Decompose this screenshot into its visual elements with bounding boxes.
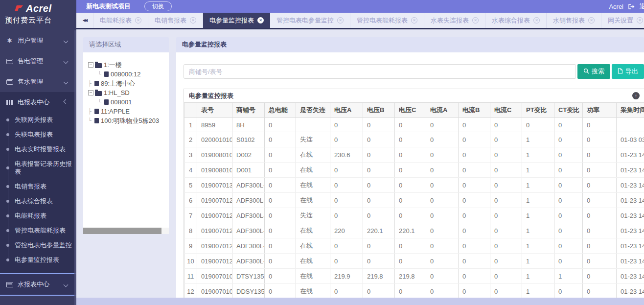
- column-header-电压B[interactable]: 电压B: [363, 103, 395, 118]
- tab-管控电表能耗报表[interactable]: 管控电表能耗报表✕: [350, 13, 424, 28]
- cell: 0: [459, 208, 490, 223]
- column-header-表号[interactable]: 表号: [197, 103, 232, 118]
- cell: 0: [426, 284, 459, 298]
- tree-node[interactable]: └008001: [88, 97, 167, 107]
- tab-电参量监控报表[interactable]: 电参量监控报表✕: [203, 13, 270, 28]
- chevron-left-icon: [64, 79, 69, 84]
- tab-网关设置[interactable]: 网关设置✕: [601, 13, 644, 28]
- sidebar-subitem[interactable]: 管控电表能耗报表: [0, 223, 76, 238]
- tab-close-icon[interactable]: ✕: [190, 17, 196, 23]
- cell: 01-23 14: [617, 238, 644, 254]
- table-row[interactable]: 7019007012ADF300L-40失连00000010001-23 14: [184, 208, 644, 223]
- sidebar-divider: [0, 295, 76, 296]
- column-header-电流C[interactable]: 电流C: [490, 103, 522, 118]
- cell: 0: [330, 238, 363, 254]
- search-button[interactable]: 搜索: [577, 64, 610, 79]
- switch-project-button[interactable]: 切换: [144, 1, 172, 11]
- tree-collapse-icon[interactable]: [88, 62, 93, 68]
- table-row[interactable]: 2020001010S01020失连00000010001-03 03: [184, 132, 644, 147]
- sidebar-subitem[interactable]: 失联网关报表: [0, 113, 76, 127]
- cell: 01-23 14: [617, 254, 644, 269]
- tab-close-icon[interactable]: ✕: [411, 17, 417, 23]
- tab-管控电表电参量监控[interactable]: 管控电表电参量监控✕: [270, 13, 350, 28]
- tree-node[interactable]: ├89:上海中心: [88, 79, 167, 88]
- cell: 0: [265, 208, 296, 223]
- column-header-电压A[interactable]: 电压A: [330, 103, 363, 118]
- logout-icon[interactable]: [628, 4, 635, 9]
- table-row[interactable]: 12019007010DDSY13520在线00000010001-23 14: [184, 284, 644, 298]
- table-row[interactable]: 4019008010D0010在线00000010001-23 14: [184, 163, 644, 178]
- tab-close-icon[interactable]: ✕: [135, 17, 141, 23]
- tree-horizontal-scrollbar[interactable]: [83, 228, 169, 234]
- cell: 0: [265, 193, 296, 208]
- column-header-功率[interactable]: 功率: [583, 103, 617, 118]
- tab-close-icon[interactable]: ✕: [337, 17, 344, 23]
- tree-node[interactable]: ├11:APPLE: [88, 107, 167, 116]
- sidebar-subitem[interactable]: 电参量监控报表: [0, 253, 76, 267]
- sidebar-subitem[interactable]: 失联电表报表: [0, 127, 76, 142]
- table-row[interactable]: 10019007012ADF300L-30在线00000010001-23 14: [184, 254, 644, 269]
- sidebar-subitem[interactable]: 电能耗报表: [0, 209, 76, 223]
- tab-水表失连报表[interactable]: 水表失连报表✕: [424, 13, 485, 28]
- logo-area: Acrel 预付费云平台: [0, 0, 76, 30]
- column-header-电流A[interactable]: 电流A: [426, 103, 459, 118]
- tree-node[interactable]: └100:明珠物业5栋203: [88, 116, 167, 125]
- tab-水销售报表[interactable]: 水销售报表✕: [547, 13, 601, 28]
- tree-collapse-icon[interactable]: [88, 90, 93, 95]
- tab-close-icon[interactable]: ✕: [472, 17, 479, 23]
- sidebar-subitem[interactable]: 管控电表电参量监控: [0, 238, 76, 253]
- column-header-CT变比[interactable]: CT变比: [554, 103, 583, 118]
- leaf-icon: [94, 118, 99, 123]
- tab-close-icon[interactable]: ✕: [637, 17, 643, 23]
- table-row[interactable]: 3019008010D0020在线230.60000010001-23 14: [184, 147, 644, 163]
- tab-close-icon[interactable]: ✕: [588, 17, 595, 23]
- sidebar-item-electricity-report-center[interactable]: 电报表中心: [0, 92, 76, 113]
- chevron-down-icon: [64, 99, 69, 104]
- cell: 0: [330, 284, 363, 298]
- tab-scroll-left-icon[interactable]: ◀◀: [76, 13, 93, 28]
- table-row[interactable]: 11019007010DTSY13520在线219.9219.8219.8000…: [184, 269, 644, 284]
- tree-node[interactable]: └008000:12: [88, 70, 167, 79]
- sidebar-subitem[interactable]: 电表实时报警报表: [0, 142, 76, 157]
- cell: 1: [522, 193, 554, 208]
- logout-label[interactable]: 退出: [640, 2, 644, 11]
- search-input[interactable]: [184, 64, 575, 79]
- column-header-PT变比[interactable]: PT变比: [522, 103, 554, 118]
- sidebar-card-icon: [6, 79, 13, 85]
- tree-node[interactable]: 1:一楼: [88, 60, 167, 70]
- column-header-采集时间[interactable]: 采集时间: [617, 103, 644, 118]
- column-header-商铺号[interactable]: 商铺号: [232, 103, 265, 118]
- cell: 0: [554, 118, 583, 132]
- scrollbar-thumb[interactable]: [83, 228, 161, 234]
- account-name[interactable]: Acrel: [609, 3, 623, 10]
- tree-node[interactable]: 1:HL_SD: [88, 88, 167, 97]
- tab-电销售报表[interactable]: 电销售报表✕: [148, 13, 203, 28]
- tab-close-icon[interactable]: ✕: [533, 17, 540, 23]
- table-row[interactable]: 9019007012ADF300L-40在线00000010001-23 14: [184, 238, 644, 254]
- column-header-电压C[interactable]: 电压C: [395, 103, 426, 118]
- sidebar-subitem[interactable]: 电销售报表: [0, 179, 76, 194]
- table-row[interactable]: 189598H0000000000: [184, 118, 644, 132]
- sidebar-item-user-management[interactable]: ✱用户管理: [0, 30, 76, 51]
- scroll-top-icon[interactable]: ↑: [632, 92, 640, 99]
- sidebar-subitem[interactable]: 电表报警记录历史报表: [0, 157, 76, 179]
- table-row[interactable]: 5019007013ADF300L-40在线00000010001-23 14: [184, 178, 644, 193]
- cell: 1: [522, 163, 554, 178]
- cell: 0: [459, 238, 490, 254]
- sidebar-item-water-report-center[interactable]: 水报表中心: [0, 274, 76, 295]
- folder-icon: [95, 91, 102, 96]
- sidebar-item-electricity-sales-management[interactable]: 售电管理: [0, 51, 76, 71]
- tab-close-icon[interactable]: ✕: [257, 17, 264, 23]
- table-row[interactable]: 6019007012ADF300L-40在线00000010001-23 14: [184, 193, 644, 208]
- export-button[interactable]: 导出: [612, 64, 644, 79]
- tab-电能耗报表[interactable]: 电能耗报表✕: [93, 13, 148, 28]
- table-row[interactable]: 8019007012ADF300L-40在线220220.1220.100010…: [184, 223, 644, 238]
- sidebar-subitem[interactable]: 电表综合报表: [0, 194, 76, 209]
- column-header-电流B[interactable]: 电流B: [459, 103, 490, 118]
- tab-水表综合报表[interactable]: 水表综合报表✕: [485, 13, 547, 28]
- column-header-是否失连[interactable]: 是否失连: [296, 103, 330, 118]
- cell: 1: [522, 223, 554, 238]
- sidebar-item-water-sales-management[interactable]: 售水管理: [0, 71, 76, 92]
- cell: 0: [583, 223, 617, 238]
- column-header-总电能[interactable]: 总电能: [265, 103, 296, 118]
